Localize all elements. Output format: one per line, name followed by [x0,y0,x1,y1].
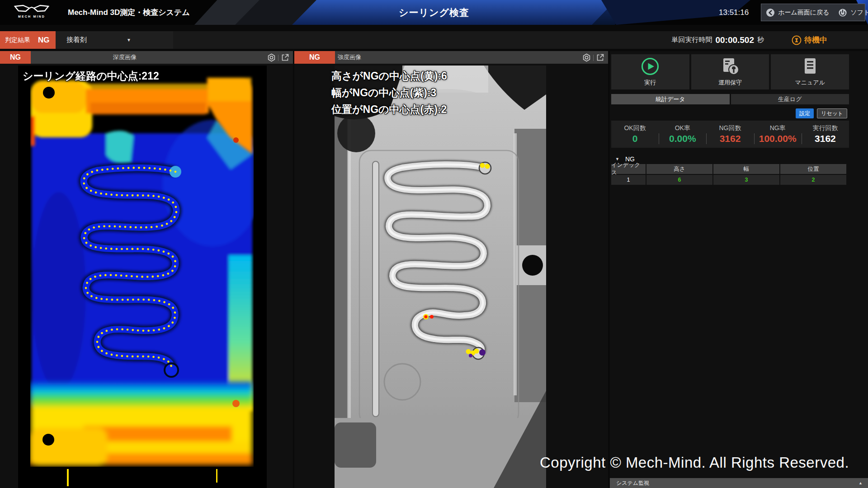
home-button[interactable]: ホーム画面に戻る [761,8,834,17]
intensity-overlay-text: 高さがNGの中心点(黄):6 幅がNGの中心点(紫):3 位置がNGの中心点(赤… [331,68,447,118]
maintenance-button[interactable]: 運用保守 [691,54,769,89]
icon-divider [593,55,594,61]
recipe-dropdown[interactable]: 接着剤 ▼ [56,31,173,49]
depth-image[interactable]: シーリング経路の中心点:212 [18,66,267,488]
depth-overlay-line1: シーリング経路の中心点:212 [23,68,159,84]
manual-icon [801,57,820,76]
tab-production-log[interactable]: 生産ログ [731,94,849,104]
statistics-summary: OK回数 0 OK率 0.00% NG回数 3162 NG率 100.00% 実… [611,121,849,148]
settings-button[interactable]: 設定 [796,108,814,118]
home-button-label: ホーム画面に戻る [778,9,829,17]
cell-position: 2 [780,175,846,185]
stat-ng-count: NG回数 3162 [706,121,754,148]
right-sidebar: 実行 運用保守 マニュアル [610,51,868,488]
play-icon [641,57,660,76]
depth-panel-header: NG 深度画像 [0,51,293,64]
exec-time-label: 単回実行時間 [671,36,712,44]
mech-mind-logo-icon [14,5,49,14]
intensity-image[interactable]: 高さがNGの中心点(黄):6 幅がNGの中心点(紫):3 位置がNGの中心点(赤… [335,66,546,488]
stat-ng-rate: NG率 100.00% [754,121,802,148]
app-root: MECH MIND Mech-Mind 3D測定・検査システム シーリング検査 … [0,0,868,488]
sidebar-tabs: 統計データ 生産ログ [611,94,849,104]
chevron-down-icon: ▼ [615,157,619,161]
top-bar: MECH MIND Mech-Mind 3D測定・検査システム シーリング検査 … [0,0,868,25]
stat-total-count: 実行回数 3162 [802,121,849,148]
intensity-panel-title: 強度画像 [338,51,361,64]
run-button[interactable]: 実行 [611,54,689,89]
result-toolbar: 判定結果 NG 接着剤 ▼ 単回実行時間 00:00.502 秒 待機中 [0,31,868,49]
col-width: 幅 [713,164,779,174]
chevron-up-icon: ▲ [859,481,863,485]
judgement-value: NG [38,36,50,45]
intensity-ng-badge: NG [294,51,335,64]
single-run-time: 単回実行時間 00:00.502 秒 [671,31,764,49]
chevron-down-icon: ▼ [127,38,131,42]
system-monitor-label: システム監視 [616,479,649,487]
settings-hexagon-icon[interactable] [267,53,276,62]
ng-table-row[interactable]: 1 6 3 2 [611,175,846,185]
topbar-button-group: ホーム画面に戻る ソフトウェアを終了 [761,4,865,21]
intensity-panel-header: NG 強度画像 [294,51,608,64]
open-external-icon[interactable] [596,53,604,62]
mech-mind-logo: MECH MIND [6,5,57,21]
power-icon [838,8,847,17]
stats-controls: 設定 リセット [796,108,847,118]
back-home-icon [766,8,775,17]
system-monitor-bar[interactable]: システム監視 ▲ [610,478,868,488]
intensity-rendering [335,66,546,488]
col-position: 位置 [780,164,846,174]
judgement-label: 判定結果 [5,36,30,44]
depth-map-rendering [18,66,267,488]
maintenance-button-label: 運用保守 [718,79,742,87]
depth-overlay-text: シーリング経路の中心点:212 [23,68,159,84]
cell-index: 1 [611,175,646,185]
exec-time-unit: 秒 [757,36,764,44]
depth-ng-badge: NG [0,51,31,64]
intensity-overlay-line3: 位置がNGの中心点(赤):2 [331,101,447,118]
icon-divider [278,55,278,61]
ng-table: インデックス 高さ 幅 位置 1 6 3 2 [611,164,846,186]
judgement-result-block: 判定結果 NG [0,31,56,49]
settings-hexagon-icon[interactable] [582,53,591,62]
action-button-row: 実行 運用保守 マニュアル [611,54,849,89]
page-title: シーリング検査 [298,0,570,25]
col-height: 高さ [646,164,712,174]
clock: 13:51:16 [719,0,749,25]
app-title: Mech-Mind 3D測定・検査システム [68,0,190,25]
ng-table-header: インデックス 高さ 幅 位置 [611,164,846,174]
reset-button[interactable]: リセット [817,108,847,118]
logo-text: MECH MIND [18,15,45,18]
cell-height: 6 [646,175,712,185]
depth-image-panel: NG 深度画像 [0,51,293,488]
machine-status: 待機中 [792,31,866,49]
intensity-image-panel: NG 強度画像 [294,51,608,488]
cell-width: 3 [713,175,779,185]
intensity-overlay-line1: 高さがNGの中心点(黄):6 [331,68,447,84]
col-index: インデックス [611,164,646,174]
exit-button[interactable]: ソフトウェアを終了 [834,8,868,17]
exit-button-label: ソフトウェアを終了 [850,9,868,17]
manual-button[interactable]: マニュアル [771,54,849,89]
stat-ok-count: OK回数 0 [611,121,659,148]
exec-time-value: 00:00.502 [715,35,754,45]
intensity-overlay-line2: 幅がNGの中心点(紫):3 [331,84,447,101]
hourglass-icon [792,35,802,45]
tab-statistics[interactable]: 統計データ [611,94,730,104]
depth-panel-title: 深度画像 [113,51,137,64]
maintenance-icon [720,57,740,76]
manual-button-label: マニュアル [795,79,825,87]
open-external-icon[interactable] [281,53,289,62]
recipe-selected-value: 接着剤 [66,36,87,44]
run-button-label: 実行 [644,79,656,87]
status-text: 待機中 [804,35,827,45]
stat-ok-rate: OK率 0.00% [659,121,706,148]
copyright-text: Copyright © Mech-Mind. All Rights Reserv… [540,454,849,471]
